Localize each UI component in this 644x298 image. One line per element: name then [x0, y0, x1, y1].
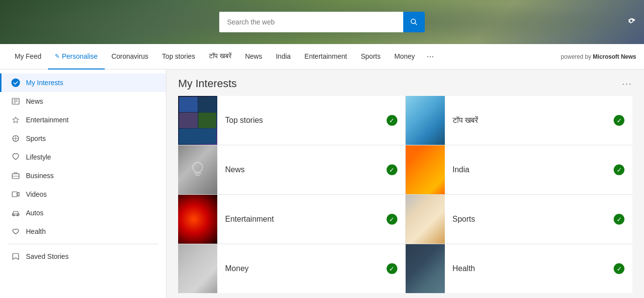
interest-info-entertainment: Entertainment ✓ — [217, 214, 405, 225]
nav-india[interactable]: India — [269, 44, 298, 69]
nav-powered-by: powered by Microsoft News — [561, 53, 636, 60]
sidebar-item-health[interactable]: Health — [0, 222, 166, 241]
hero-banner — [0, 0, 644, 44]
interest-info-money: Money ✓ — [217, 263, 405, 274]
interest-info-news: News ✓ — [217, 164, 405, 175]
check-icon-hindi: ✓ — [614, 115, 624, 126]
nav-news[interactable]: News — [238, 44, 269, 69]
interest-name-news: News — [225, 165, 245, 174]
autos-icon — [11, 208, 20, 217]
navbar: My Feed ✎ Personalise Coronavirus Top st… — [0, 44, 644, 69]
svg-point-2 — [12, 79, 20, 87]
sidebar-label-lifestyle: Lifestyle — [26, 153, 51, 161]
check-icon-news: ✓ — [387, 164, 397, 175]
interest-thumb-india — [406, 145, 445, 194]
interest-sports[interactable]: Sports ✓ — [406, 195, 633, 244]
search-bar[interactable] — [219, 12, 425, 32]
svg-point-15 — [193, 162, 203, 172]
sidebar-label-health: Health — [26, 228, 46, 235]
sidebar: My Interests News Entertainment — [0, 69, 166, 298]
sidebar-label-autos: Autos — [26, 209, 44, 217]
interest-info-top-stories: Top stories ✓ — [217, 115, 405, 126]
sidebar-label-news: News — [26, 97, 43, 105]
check-circle-icon — [11, 78, 20, 87]
interest-info-sports: Sports ✓ — [445, 214, 633, 225]
sidebar-item-saved-stories[interactable]: Saved Stories — [0, 247, 166, 266]
check-icon-india: ✓ — [614, 164, 624, 175]
interest-name-money: Money — [225, 264, 249, 273]
edit-icon: ✎ — [55, 53, 60, 60]
nav-entertainment[interactable]: Entertainment — [298, 44, 354, 69]
sports-icon — [11, 134, 20, 143]
interest-name-sports: Sports — [453, 215, 475, 224]
svg-line-1 — [415, 23, 417, 25]
main-layout: My Interests News Entertainment — [0, 69, 644, 298]
interest-thumb-money — [178, 244, 217, 293]
sidebar-label-my-interests: My Interests — [26, 79, 63, 87]
interest-hindi[interactable]: टॉप खबरें ✓ — [406, 96, 633, 145]
nav-money[interactable]: Money — [388, 44, 422, 69]
nav-more-button[interactable]: ··· — [422, 51, 439, 62]
interest-health[interactable]: Health ✓ — [406, 244, 633, 293]
nav-personalise[interactable]: ✎ Personalise — [48, 44, 104, 69]
interest-news[interactable]: News ✓ — [178, 145, 405, 194]
nav-hindi[interactable]: टॉप खबरें — [202, 44, 238, 69]
search-button[interactable] — [403, 12, 425, 32]
interest-name-health: Health — [453, 264, 475, 273]
sidebar-item-my-interests[interactable]: My Interests — [0, 73, 166, 92]
health-icon — [11, 227, 20, 236]
interest-name-hindi: टॉप खबरें — [453, 116, 478, 125]
svg-marker-7 — [13, 117, 19, 123]
check-icon-top-stories: ✓ — [387, 115, 397, 126]
sidebar-item-entertainment[interactable]: Entertainment — [0, 111, 166, 129]
interest-entertainment[interactable]: Entertainment ✓ — [178, 195, 405, 244]
business-icon — [11, 171, 20, 180]
sidebar-item-sports[interactable]: Sports — [0, 129, 166, 148]
more-options-button[interactable]: ··· — [622, 79, 632, 89]
sidebar-label-business: Business — [26, 172, 54, 180]
interest-india[interactable]: India ✓ — [406, 145, 633, 194]
check-icon-health: ✓ — [614, 263, 624, 274]
sidebar-item-videos[interactable]: Videos — [0, 185, 166, 204]
interest-name-entertainment: Entertainment — [225, 215, 274, 224]
sidebar-label-saved-stories: Saved Stories — [26, 252, 69, 260]
search-input[interactable] — [219, 12, 425, 32]
interest-money[interactable]: Money ✓ — [178, 244, 405, 293]
interest-thumb-health — [406, 244, 445, 293]
content-header: My Interests ··· — [178, 77, 632, 90]
check-icon-money: ✓ — [387, 263, 397, 274]
interest-thumb-top-stories — [178, 96, 217, 145]
nav-my-feed[interactable]: My Feed — [8, 44, 48, 69]
check-icon-sports: ✓ — [614, 214, 624, 225]
svg-point-0 — [411, 19, 415, 23]
sidebar-label-sports: Sports — [26, 135, 46, 142]
interest-thumb-sports — [406, 195, 445, 244]
check-icon-entertainment: ✓ — [387, 214, 397, 225]
settings-button[interactable] — [626, 16, 636, 28]
interest-thumb-news — [178, 145, 217, 194]
nav-top-stories[interactable]: Top stories — [155, 44, 202, 69]
sidebar-divider — [8, 244, 158, 244]
interest-info-hindi: टॉप खबरें ✓ — [445, 115, 633, 126]
svg-rect-16 — [194, 173, 202, 174]
page-title: My Interests — [178, 77, 237, 90]
sidebar-label-videos: Videos — [26, 190, 47, 198]
svg-rect-11 — [12, 192, 17, 197]
lifestyle-icon — [11, 153, 20, 161]
interests-grid: Top stories ✓ टॉप खबरें ✓ — [178, 96, 632, 293]
nav-coronavirus[interactable]: Coronavirus — [105, 44, 155, 69]
interest-top-stories[interactable]: Top stories ✓ — [178, 96, 405, 145]
nav-sports[interactable]: Sports — [354, 44, 387, 69]
saved-stories-icon — [11, 252, 20, 261]
sidebar-label-entertainment: Entertainment — [26, 116, 69, 124]
interest-name-top-stories: Top stories — [225, 116, 263, 125]
sidebar-item-business[interactable]: Business — [0, 166, 166, 185]
interest-thumb-entertainment — [178, 195, 217, 244]
videos-icon — [11, 190, 20, 199]
sidebar-item-news[interactable]: News — [0, 92, 166, 111]
sidebar-item-lifestyle[interactable]: Lifestyle — [0, 148, 166, 166]
sidebar-item-autos[interactable]: Autos — [0, 204, 166, 222]
interest-info-health: Health ✓ — [445, 263, 633, 274]
news-icon — [11, 97, 20, 106]
nav-items: My Feed ✎ Personalise Coronavirus Top st… — [8, 44, 561, 69]
